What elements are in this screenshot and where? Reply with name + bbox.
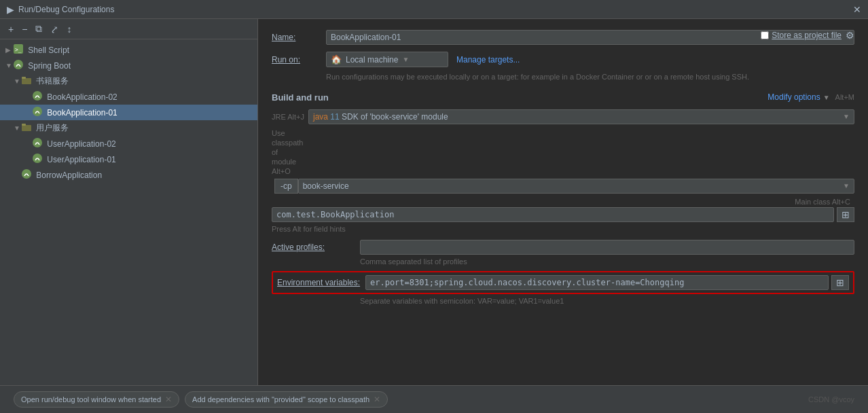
book-folder-icon (22, 77, 31, 86)
modify-options-link[interactable]: Modify options (767, 92, 820, 102)
left-panel: + − ⧉ ⤤ ↕ ▶ >_ Shell Script ▼ (0, 19, 258, 385)
run-on-dropdown-arrow: ▼ (402, 56, 409, 63)
tree-container: ▶ >_ Shell Script ▼ Spring Boot ▼ (0, 39, 257, 185)
svg-rect-8 (22, 124, 26, 126)
main-class-input[interactable] (272, 207, 834, 222)
add-config-button[interactable]: + (5, 22, 16, 36)
main-class-row: ⊞ (272, 207, 854, 222)
run-on-hint: Run configurations may be executed local… (326, 71, 854, 83)
run-on-row: Run on: 🏠 Local machine ▼ Manage targets… (272, 52, 854, 67)
jre-label-text: JRE (272, 113, 286, 121)
user-app-01-icon (33, 154, 42, 165)
modify-options-arrow: ▼ (823, 94, 830, 101)
env-vars-expand-button[interactable]: ⊞ (831, 275, 849, 290)
store-project-file-checkbox-wrapper[interactable]: Store as project file (761, 31, 842, 40)
toolbar: + − ⧉ ⤤ ↕ (0, 19, 257, 39)
home-icon: 🏠 (331, 54, 342, 65)
main-class-label-text: Main class (795, 198, 830, 206)
env-vars-input[interactable] (365, 275, 829, 290)
tree-item-user-service-folder[interactable]: ▼ 用户服务 (0, 120, 257, 136)
svg-rect-3 (22, 78, 31, 84)
arrow-icon: ▶ (5, 46, 14, 54)
jre-label: JRE Alt+J (272, 113, 304, 121)
tree-item-user-app-01[interactable]: ▶ UserApplication-01 (0, 151, 257, 167)
press-alt-hint: Press Alt for field hints (272, 225, 854, 233)
chip-1-close[interactable]: ✕ (165, 395, 172, 404)
svg-rect-7 (22, 125, 31, 131)
svg-rect-4 (22, 77, 26, 79)
user-service-folder-label: 用户服务 (36, 122, 69, 134)
jre-row: JRE Alt+J java 11 SDK of 'book-service' … (272, 109, 854, 124)
gear-icon[interactable]: ⚙ (846, 30, 854, 41)
cp-label: -cp (274, 179, 298, 194)
close-button[interactable]: ✕ (853, 4, 861, 15)
move-up-button[interactable]: ⤤ (48, 22, 61, 36)
cp-select[interactable]: book-service ▼ (298, 179, 854, 194)
chip-add-dependencies[interactable]: Add dependencies with "provided" scope t… (185, 391, 388, 408)
chip-open-run-debug[interactable]: Open run/debug tool window when started … (14, 391, 179, 408)
user-folder-icon (22, 124, 31, 133)
chip-2-close[interactable]: ✕ (374, 395, 380, 404)
title-bar: ▶ Run/Debug Configurations ✕ (0, 0, 868, 19)
run-on-label: Run on: (272, 55, 326, 65)
jre-dropdown-arrow: ▼ (843, 113, 850, 120)
bottom-bar: Open run/debug tool window when started … (0, 385, 868, 413)
title-bar-text: Run/Debug Configurations (18, 5, 114, 14)
user-app-02-label: UserApplication-02 (47, 139, 115, 149)
jre-sdk-text: SDK of 'book-service' module (342, 112, 448, 122)
tree-item-book-app-02[interactable]: ▶ BookApplication-02 (0, 89, 257, 105)
tree-item-shell-script[interactable]: ▶ >_ Shell Script (0, 42, 257, 58)
book-app-01-icon (33, 107, 42, 118)
env-vars-row: Environment variables: ⊞ (272, 271, 854, 294)
title-bar-icon: ▶ (7, 4, 14, 15)
tree-item-book-app-01[interactable]: ▶ BookApplication-01 (0, 105, 257, 120)
comma-hint: Comma separated list of profiles (360, 257, 854, 266)
separate-hint: Separate variables with semicolon: VAR=v… (360, 297, 854, 305)
book-app-02-icon (33, 91, 42, 103)
jre-select[interactable]: java 11 SDK of 'book-service' module ▼ (308, 109, 854, 124)
active-profiles-input[interactable] (360, 240, 854, 255)
tree-item-user-app-02[interactable]: ▶ UserApplication-02 (0, 136, 257, 151)
java-version: 11 (330, 112, 342, 122)
active-profiles-label: Active profiles: (272, 243, 360, 252)
active-profiles-row: Active profiles: (272, 240, 854, 255)
run-on-select[interactable]: 🏠 Local machine ▼ (326, 52, 448, 67)
main-class-expand-button[interactable]: ⊞ (837, 207, 854, 222)
tree-item-book-service-folder[interactable]: ▼ 书籍服务 (0, 73, 257, 89)
manage-targets-link[interactable]: Manage targets... (456, 55, 520, 65)
copy-config-button[interactable]: ⧉ (33, 22, 45, 36)
sort-button[interactable]: ↕ (64, 22, 74, 36)
main-class-label: Main class Alt+C (795, 198, 850, 206)
use-classpath-label: Use classpath of module (272, 129, 303, 166)
use-classpath-label-area: Use classpath of module Alt+O (272, 128, 303, 176)
jre-value: java 11 SDK of 'book-service' module (313, 112, 448, 122)
env-vars-label: Environment variables: (277, 278, 365, 287)
tree-item-borrow-app[interactable]: ▶ BorrowApplication (0, 167, 257, 183)
bottom-info: CSDN @vcoy (808, 395, 854, 403)
shell-script-icon: >_ (14, 44, 23, 56)
name-label: Name: (272, 33, 326, 42)
build-run-section-header: Build and run Modify options ▼ Alt+M (272, 92, 854, 103)
store-project-file-checkbox[interactable] (761, 31, 769, 39)
use-classpath-shortcut: Alt+O (272, 167, 291, 175)
springboot-arrow-icon: ▼ (5, 62, 14, 69)
jre-shortcut: Alt+J (287, 113, 304, 121)
spring-boot-icon (14, 60, 23, 71)
user-folder-arrow-icon: ▼ (14, 124, 22, 132)
remove-config-button[interactable]: − (19, 22, 30, 36)
shell-script-label: Shell Script (28, 46, 69, 55)
classpath-row: Use classpath of module Alt+O (272, 128, 854, 176)
tree-item-spring-boot[interactable]: ▼ Spring Boot (0, 58, 257, 73)
book-app-01-label: BookApplication-01 (47, 108, 117, 118)
run-on-value: Local machine (346, 55, 398, 65)
main-class-shortcut: Alt+C (832, 198, 850, 206)
chip-2-label: Add dependencies with "provided" scope t… (192, 395, 369, 403)
main-content: + − ⧉ ⤤ ↕ ▶ >_ Shell Script ▼ (0, 19, 868, 385)
spring-boot-label: Spring Boot (28, 61, 71, 71)
cp-dropdown-arrow: ▼ (843, 182, 850, 190)
cp-row: -cp book-service ▼ (272, 179, 854, 194)
main-class-label-row: Main class Alt+C (272, 198, 854, 206)
right-panel: Store as project file ⚙ Name: Run on: 🏠 … (258, 19, 868, 385)
cp-value: book-service (303, 181, 349, 191)
modify-options-area: Modify options ▼ Alt+M (759, 92, 854, 102)
